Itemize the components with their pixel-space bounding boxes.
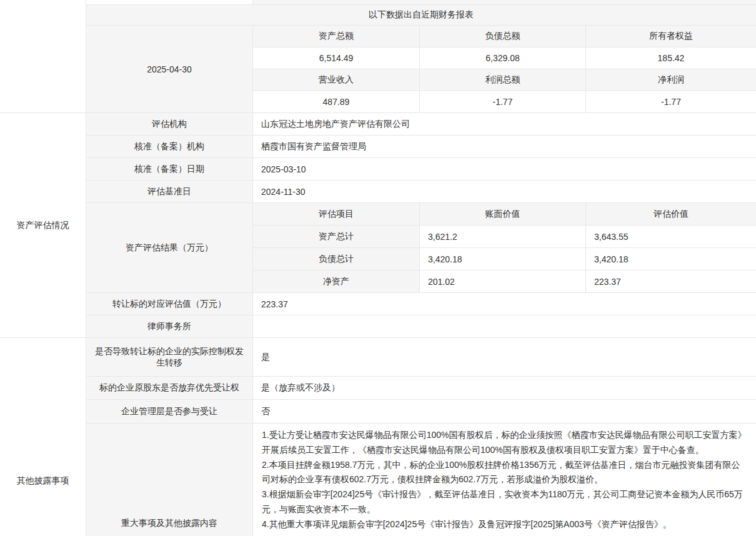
- financial-section: 以下数据出自近期财务报表 2025-04-30 资产总额 负债总额 所有者权益 …: [0, 0, 756, 113]
- law-firm-label: 律师事务所: [86, 315, 253, 338]
- assessment-section: 资产评估情况 评估机构 山东冠达土地房地产资产评估有限公司 核准（备案）机构 栖…: [0, 113, 756, 338]
- control-transfer-label: 是否导致转让标的企业的实际控制权发生转移: [86, 338, 253, 377]
- assessment-result-label: 资产评估结果（万元）: [86, 203, 253, 293]
- fin-header-total-liabilities: 负债总额: [420, 26, 586, 47]
- result-row-total-assets-book: 3,621.2: [420, 226, 586, 248]
- result-header-assessed-value: 评估价值: [586, 203, 756, 226]
- fin-value-operating-revenue: 487.89: [253, 91, 420, 113]
- major-matter-item: 1.受让方受让栖霞市安达民爆物品有限公司100%国有股权后，标的企业须按照《栖霞…: [262, 428, 747, 458]
- control-transfer-value: 是: [253, 338, 756, 377]
- major-matter-item: 3.根据烟新会审字[2024]25号《审计报告》，截至评估基准日，实收资本为11…: [262, 487, 747, 517]
- approval-org-label: 核准（备案）机构: [86, 136, 253, 158]
- approval-date-label: 核准（备案）日期: [86, 158, 253, 181]
- fin-header-operating-revenue: 营业收入: [253, 69, 420, 91]
- result-row-total-liabilities-assessed: 3,420.18: [586, 248, 756, 270]
- major-matters-content: 1.受让方受让栖霞市安达民爆物品有限公司100%国有股权后，标的企业须按照《栖霞…: [253, 424, 756, 536]
- fin-header-total-assets: 资产总额: [253, 26, 420, 47]
- assess-org-value: 山东冠达土地房地产资产评估有限公司: [253, 113, 756, 136]
- approval-org-value: 栖霞市国有资产监督管理局: [253, 136, 756, 158]
- base-date-label: 评估基准日: [86, 181, 253, 203]
- fin-header-net-profit: 净利润: [586, 69, 756, 91]
- base-date-value: 2024-11-30: [253, 181, 756, 203]
- law-firm-value: [253, 315, 756, 338]
- fin-value-net-profit: -1.77: [586, 91, 756, 113]
- result-header-item: 评估项目: [253, 203, 420, 226]
- financial-note: 以下数据出自近期财务报表: [86, 5, 756, 26]
- property-transfer-disclosure-table: 以下数据出自近期财务报表 2025-04-30 资产总额 负债总额 所有者权益 …: [0, 0, 756, 536]
- approval-date-value: 2025-03-10: [253, 158, 756, 181]
- major-matter-item: 4.其他重大事项详见烟新会审字[2024]25号《审计报告》及鲁冠评报字[202…: [262, 517, 747, 532]
- disclosure-section: 其他披露事项 是否导致转让标的企业的实际控制权发生转移 是 标的企业原股东是否放…: [0, 338, 756, 536]
- result-row-total-liabilities-item: 负债总计: [253, 248, 420, 270]
- financial-report-date: 2025-04-30: [86, 26, 253, 113]
- fin-value-total-assets: 6,514.49: [253, 47, 420, 69]
- fin-header-total-profit: 利润总额: [420, 69, 586, 91]
- management-participation-value: 否: [253, 400, 756, 424]
- result-row-net-assets-assessed: 223.37: [586, 270, 756, 293]
- result-row-total-assets-item: 资产总计: [253, 226, 420, 248]
- result-row-total-assets-assessed: 3,643.55: [586, 226, 756, 248]
- waive-preemptive-right-label: 标的企业原股东是否放弃优先受让权: [86, 377, 253, 400]
- fin-value-total-liabilities: 6,329.08: [420, 47, 586, 69]
- major-matters-label: 重大事项及其他披露内容: [86, 424, 253, 536]
- transfer-assessed-value-label: 转让标的对应评估值（万元）: [86, 293, 253, 315]
- fin-value-total-profit: -1.77: [420, 91, 586, 113]
- result-row-net-assets-book: 201.02: [420, 270, 586, 293]
- waive-preemptive-right-value: 是（放弃或不涉及）: [253, 377, 756, 400]
- transfer-assessed-value: 223.37: [253, 293, 756, 315]
- fin-value-owner-equity: 185.42: [586, 47, 756, 69]
- top-clipped-label-cell: [86, 0, 253, 5]
- result-row-total-liabilities-book: 3,420.18: [420, 248, 586, 270]
- management-participation-label: 企业管理层是否参与受让: [86, 400, 253, 424]
- fin-header-owner-equity: 所有者权益: [586, 26, 756, 47]
- result-row-net-assets-item: 净资产: [253, 270, 420, 293]
- assess-org-label: 评估机构: [86, 113, 253, 136]
- top-clipped-value-cell: [253, 0, 756, 5]
- assessment-section-label: 资产评估情况: [0, 113, 86, 338]
- major-matter-item: 2.本项目挂牌金额1958.7万元，其中，标的企业100%股权挂牌价格1356万…: [262, 458, 747, 488]
- disclosure-section-label: 其他披露事项: [0, 338, 86, 536]
- result-header-book-value: 账面价值: [420, 203, 586, 226]
- financial-section-side-cell: [0, 0, 86, 113]
